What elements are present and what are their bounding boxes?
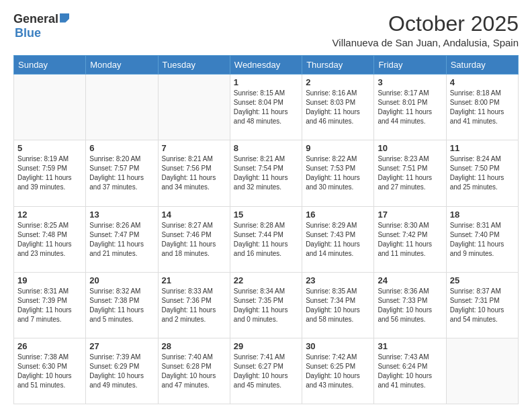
calendar-cell: 31Sunrise: 7:43 AM Sunset: 6:24 PM Dayli…	[374, 338, 446, 404]
day-info: Sunrise: 8:16 AM Sunset: 8:03 PM Dayligh…	[306, 89, 370, 126]
col-sunday: Sunday	[14, 56, 86, 75]
calendar-cell: 19Sunrise: 8:31 AM Sunset: 7:39 PM Dayli…	[14, 272, 86, 338]
day-info: Sunrise: 7:39 AM Sunset: 6:29 PM Dayligh…	[89, 353, 154, 390]
day-number: 7	[162, 143, 226, 153]
day-number: 6	[89, 143, 154, 153]
day-info: Sunrise: 7:38 AM Sunset: 6:30 PM Dayligh…	[17, 353, 82, 390]
calendar-cell: 29Sunrise: 7:41 AM Sunset: 6:27 PM Dayli…	[230, 338, 302, 404]
col-wednesday: Wednesday	[230, 56, 302, 75]
calendar-cell: 27Sunrise: 7:39 AM Sunset: 6:29 PM Dayli…	[86, 338, 158, 404]
col-thursday: Thursday	[302, 56, 374, 75]
calendar-cell: 17Sunrise: 8:30 AM Sunset: 7:42 PM Dayli…	[374, 206, 446, 272]
calendar-cell: 9Sunrise: 8:22 AM Sunset: 7:53 PM Daylig…	[302, 140, 374, 206]
day-number: 25	[450, 275, 515, 285]
day-info: Sunrise: 8:18 AM Sunset: 8:00 PM Dayligh…	[450, 89, 515, 126]
day-info: Sunrise: 8:22 AM Sunset: 7:53 PM Dayligh…	[306, 154, 370, 192]
day-info: Sunrise: 8:19 AM Sunset: 7:59 PM Dayligh…	[17, 154, 82, 192]
logo: General Blue	[13, 12, 69, 40]
day-info: Sunrise: 8:21 AM Sunset: 7:54 PM Dayligh…	[234, 154, 298, 192]
calendar-week-3: 12Sunrise: 8:25 AM Sunset: 7:48 PM Dayli…	[14, 206, 519, 272]
day-info: Sunrise: 8:33 AM Sunset: 7:36 PM Dayligh…	[162, 287, 226, 324]
page: General Blue October 2025 Villanueva de …	[0, 0, 532, 411]
calendar-cell: 5Sunrise: 8:19 AM Sunset: 7:59 PM Daylig…	[14, 140, 86, 206]
calendar-week-1: 1Sunrise: 8:15 AM Sunset: 8:04 PM Daylig…	[14, 75, 519, 140]
day-info: Sunrise: 8:26 AM Sunset: 7:47 PM Dayligh…	[89, 221, 154, 259]
logo-blue-text: Blue	[15, 26, 41, 40]
calendar-cell: 22Sunrise: 8:34 AM Sunset: 7:35 PM Dayli…	[230, 272, 302, 338]
day-number: 20	[89, 275, 154, 285]
day-info: Sunrise: 8:31 AM Sunset: 7:39 PM Dayligh…	[17, 287, 82, 324]
calendar-cell: 16Sunrise: 8:29 AM Sunset: 7:43 PM Dayli…	[302, 206, 374, 272]
day-number: 23	[306, 275, 370, 285]
location: Villanueva de San Juan, Andalusia, Spain	[332, 37, 519, 48]
day-number: 5	[17, 143, 82, 153]
day-info: Sunrise: 8:28 AM Sunset: 7:44 PM Dayligh…	[234, 221, 298, 259]
day-info: Sunrise: 8:27 AM Sunset: 7:46 PM Dayligh…	[162, 221, 226, 259]
calendar-cell: 13Sunrise: 8:26 AM Sunset: 7:47 PM Dayli…	[86, 206, 158, 272]
calendar-cell: 3Sunrise: 8:17 AM Sunset: 8:01 PM Daylig…	[374, 75, 446, 140]
header: General Blue October 2025 Villanueva de …	[13, 12, 519, 48]
logo-general-text: General	[13, 12, 58, 26]
day-number: 1	[234, 77, 298, 87]
day-info: Sunrise: 8:36 AM Sunset: 7:33 PM Dayligh…	[378, 287, 442, 324]
calendar-cell: 23Sunrise: 8:35 AM Sunset: 7:34 PM Dayli…	[302, 272, 374, 338]
calendar-cell: 4Sunrise: 8:18 AM Sunset: 8:00 PM Daylig…	[446, 75, 518, 140]
logo-icon	[60, 13, 69, 23]
day-info: Sunrise: 8:31 AM Sunset: 7:40 PM Dayligh…	[450, 221, 515, 259]
day-number: 14	[162, 210, 226, 220]
calendar-cell: 12Sunrise: 8:25 AM Sunset: 7:48 PM Dayli…	[14, 206, 86, 272]
day-number: 15	[234, 210, 298, 220]
day-info: Sunrise: 8:37 AM Sunset: 7:31 PM Dayligh…	[450, 287, 515, 324]
col-tuesday: Tuesday	[158, 56, 230, 75]
calendar-cell: 26Sunrise: 7:38 AM Sunset: 6:30 PM Dayli…	[14, 338, 86, 404]
calendar-cell: 2Sunrise: 8:16 AM Sunset: 8:03 PM Daylig…	[302, 75, 374, 140]
day-info: Sunrise: 8:20 AM Sunset: 7:57 PM Dayligh…	[89, 154, 154, 192]
day-number: 21	[162, 275, 226, 285]
calendar-cell: 25Sunrise: 8:37 AM Sunset: 7:31 PM Dayli…	[446, 272, 518, 338]
day-number: 9	[306, 143, 370, 153]
day-number: 18	[450, 210, 515, 220]
calendar-cell: 15Sunrise: 8:28 AM Sunset: 7:44 PM Dayli…	[230, 206, 302, 272]
calendar-week-2: 5Sunrise: 8:19 AM Sunset: 7:59 PM Daylig…	[14, 140, 519, 206]
day-number: 28	[162, 341, 226, 351]
day-info: Sunrise: 8:25 AM Sunset: 7:48 PM Dayligh…	[17, 221, 82, 259]
day-number: 27	[89, 341, 154, 351]
day-info: Sunrise: 7:43 AM Sunset: 6:24 PM Dayligh…	[378, 353, 442, 390]
day-number: 19	[17, 275, 82, 285]
day-info: Sunrise: 8:21 AM Sunset: 7:56 PM Dayligh…	[162, 154, 226, 192]
calendar-cell: 18Sunrise: 8:31 AM Sunset: 7:40 PM Dayli…	[446, 206, 518, 272]
calendar-cell	[158, 75, 230, 140]
day-number: 10	[378, 143, 442, 153]
calendar-cell: 20Sunrise: 8:32 AM Sunset: 7:38 PM Dayli…	[86, 272, 158, 338]
calendar-cell: 21Sunrise: 8:33 AM Sunset: 7:36 PM Dayli…	[158, 272, 230, 338]
day-number: 3	[378, 77, 442, 87]
col-saturday: Saturday	[446, 56, 518, 75]
calendar-cell: 14Sunrise: 8:27 AM Sunset: 7:46 PM Dayli…	[158, 206, 230, 272]
day-info: Sunrise: 7:40 AM Sunset: 6:28 PM Dayligh…	[162, 353, 226, 390]
header-right: October 2025 Villanueva de San Juan, And…	[332, 12, 519, 48]
day-info: Sunrise: 8:29 AM Sunset: 7:43 PM Dayligh…	[306, 221, 370, 259]
day-number: 17	[378, 210, 442, 220]
calendar-cell	[446, 338, 518, 404]
calendar-cell: 10Sunrise: 8:23 AM Sunset: 7:51 PM Dayli…	[374, 140, 446, 206]
day-info: Sunrise: 7:42 AM Sunset: 6:25 PM Dayligh…	[306, 353, 370, 390]
day-number: 22	[234, 275, 298, 285]
col-friday: Friday	[374, 56, 446, 75]
calendar-cell: 30Sunrise: 7:42 AM Sunset: 6:25 PM Dayli…	[302, 338, 374, 404]
col-monday: Monday	[86, 56, 158, 75]
day-info: Sunrise: 8:15 AM Sunset: 8:04 PM Dayligh…	[234, 89, 298, 126]
calendar-header-row: Sunday Monday Tuesday Wednesday Thursday…	[14, 56, 519, 75]
day-number: 2	[306, 77, 370, 87]
day-info: Sunrise: 8:17 AM Sunset: 8:01 PM Dayligh…	[378, 89, 442, 126]
day-number: 11	[450, 143, 515, 153]
calendar-week-4: 19Sunrise: 8:31 AM Sunset: 7:39 PM Dayli…	[14, 272, 519, 338]
day-info: Sunrise: 8:34 AM Sunset: 7:35 PM Dayligh…	[234, 287, 298, 324]
day-number: 29	[234, 341, 298, 351]
calendar-cell	[14, 75, 86, 140]
day-number: 30	[306, 341, 370, 351]
calendar-cell: 8Sunrise: 8:21 AM Sunset: 7:54 PM Daylig…	[230, 140, 302, 206]
calendar-cell: 24Sunrise: 8:36 AM Sunset: 7:33 PM Dayli…	[374, 272, 446, 338]
calendar-cell: 6Sunrise: 8:20 AM Sunset: 7:57 PM Daylig…	[86, 140, 158, 206]
day-number: 8	[234, 143, 298, 153]
day-number: 24	[378, 275, 442, 285]
